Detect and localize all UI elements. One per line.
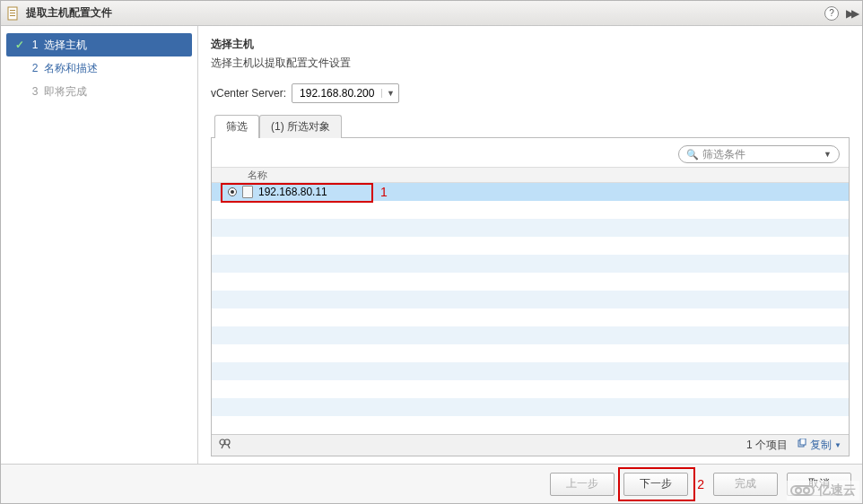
radio-selected-icon[interactable] bbox=[228, 187, 237, 196]
table-footer: 1 个项目 复制 ▼ bbox=[212, 434, 849, 456]
table-row bbox=[212, 398, 849, 416]
column-header-name[interactable]: 名称 bbox=[212, 167, 849, 183]
dropdown-value: 192.168.80.200 bbox=[300, 87, 381, 100]
host-name: 192.168.80.11 bbox=[258, 186, 327, 198]
chevron-down-icon: ▼ bbox=[834, 441, 841, 449]
step-label: 选择主机 bbox=[44, 38, 87, 53]
table-row bbox=[212, 255, 849, 273]
back-button[interactable]: 上一步 bbox=[550, 473, 615, 496]
table-row[interactable]: 192.168.80.11 bbox=[212, 183, 849, 201]
finish-button[interactable]: 完成 bbox=[713, 473, 778, 496]
table-row bbox=[212, 273, 849, 291]
filter-placeholder: 筛选条件 bbox=[702, 147, 745, 162]
copy-button[interactable]: 复制 ▼ bbox=[797, 438, 841, 453]
svg-rect-2 bbox=[10, 13, 15, 13]
host-table: 192.168.80.11 1 bbox=[212, 183, 849, 434]
chevron-down-icon: ▼ bbox=[824, 150, 832, 159]
tab-selected-objects[interactable]: (1) 所选对象 bbox=[259, 115, 342, 138]
dialog-body: ✓ 1 选择主机 2 名称和描述 3 即将完成 选择主机 选择主机以提取配置文件… bbox=[1, 26, 862, 464]
page-description: 选择主机以提取配置文件设置 bbox=[211, 56, 850, 71]
check-icon: ✓ bbox=[13, 39, 26, 51]
wizard-step-select-host[interactable]: ✓ 1 选择主机 bbox=[6, 33, 192, 56]
table-row bbox=[212, 380, 849, 398]
main-panel: 选择主机 选择主机以提取配置文件设置 vCenter Server: 192.1… bbox=[198, 26, 862, 464]
vcenter-server-row: vCenter Server: 192.168.80.200 ▼ bbox=[211, 83, 850, 103]
profile-doc-icon bbox=[6, 6, 21, 21]
search-icon: 🔍 bbox=[686, 149, 699, 161]
tab-panel: 🔍 筛选条件 ▼ 名称 192.168.80.11 1 bbox=[211, 137, 850, 456]
tab-bar: 筛选 (1) 所选对象 bbox=[214, 114, 850, 137]
filter-input[interactable]: 🔍 筛选条件 ▼ bbox=[678, 145, 840, 163]
item-count: 1 个项目 bbox=[746, 438, 788, 453]
step-number: 3 bbox=[30, 85, 40, 98]
watermark: 亿速云 bbox=[787, 481, 859, 500]
step-number: 2 bbox=[30, 62, 40, 74]
copy-icon bbox=[797, 439, 807, 452]
dialog: 提取主机配置文件 ? ▶▶ ✓ 1 选择主机 2 名称和描述 3 即将完成 bbox=[0, 0, 863, 504]
table-row bbox=[212, 326, 849, 344]
dialog-title: 提取主机配置文件 bbox=[26, 5, 824, 21]
step-label: 名称和描述 bbox=[44, 61, 98, 76]
filter-row: 🔍 筛选条件 ▼ bbox=[212, 138, 849, 167]
wizard-step-ready[interactable]: 3 即将完成 bbox=[1, 80, 197, 103]
table-row bbox=[212, 291, 849, 308]
tab-filter[interactable]: 筛选 bbox=[214, 115, 259, 138]
vcenter-server-label: vCenter Server: bbox=[211, 87, 286, 100]
svg-rect-3 bbox=[10, 15, 15, 16]
dialog-footer: 上一步 下一步 2 完成 取消 bbox=[1, 464, 862, 503]
step-number: 1 bbox=[30, 39, 40, 51]
copy-label: 复制 bbox=[810, 438, 832, 453]
step-label: 即将完成 bbox=[44, 84, 87, 100]
page-title: 选择主机 bbox=[211, 37, 850, 52]
annotation-label-2: 2 bbox=[697, 477, 704, 491]
table-row bbox=[212, 219, 849, 237]
svg-rect-9 bbox=[800, 439, 806, 445]
svg-line-6 bbox=[222, 445, 223, 448]
table-row bbox=[212, 308, 849, 326]
table-row bbox=[212, 344, 849, 362]
svg-rect-1 bbox=[10, 10, 15, 11]
wizard-sidebar: ✓ 1 选择主机 2 名称和描述 3 即将完成 bbox=[1, 26, 198, 464]
annotation-label-1: 1 bbox=[380, 185, 388, 199]
next-button[interactable]: 下一步 bbox=[623, 473, 688, 496]
find-icon[interactable] bbox=[219, 438, 231, 453]
watermark-text: 亿速云 bbox=[818, 482, 856, 499]
table-row bbox=[212, 237, 849, 255]
help-icon[interactable]: ? bbox=[824, 6, 839, 21]
wizard-step-name-desc[interactable]: 2 名称和描述 bbox=[1, 56, 197, 80]
titlebar: 提取主机配置文件 ? ▶▶ bbox=[1, 1, 862, 26]
vcenter-server-dropdown[interactable]: 192.168.80.200 ▼ bbox=[292, 83, 399, 103]
host-icon bbox=[242, 186, 253, 198]
table-row bbox=[212, 362, 849, 380]
svg-line-7 bbox=[228, 445, 230, 448]
chevron-down-icon: ▼ bbox=[381, 89, 395, 98]
table-row bbox=[212, 201, 849, 219]
expand-icon[interactable]: ▶▶ bbox=[846, 7, 857, 20]
